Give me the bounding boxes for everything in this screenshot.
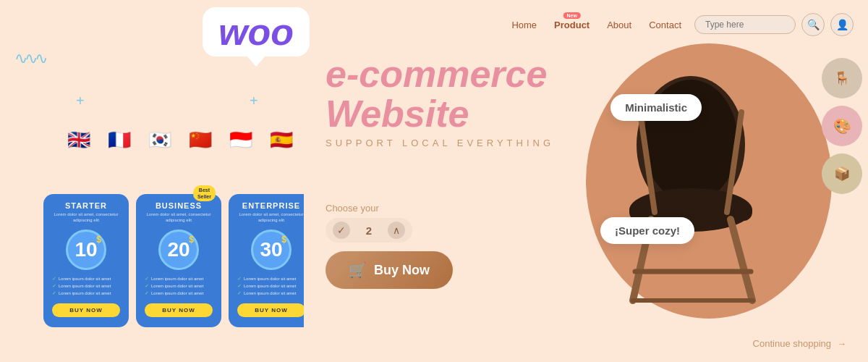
continue-shopping[interactable]: Continue shopping → xyxy=(753,338,846,349)
buy-now-label: Buy Now xyxy=(374,263,430,278)
business-buy-btn[interactable]: BUY NOW xyxy=(145,303,213,317)
main-area: Home New Product About Contact 🔍 👤 e-com… xyxy=(304,0,868,362)
pricing-card-business: BestSeller BUSINESS Lorem dolor sit amet… xyxy=(136,194,221,327)
qty-value: 2 xyxy=(350,224,388,237)
cart-icon: 🛒 xyxy=(349,261,367,279)
business-price-circle: 20 $ xyxy=(158,230,199,270)
thumb-1[interactable]: 🪑 xyxy=(822,58,862,98)
navbar: Home New Product About Contact 🔍 👤 xyxy=(304,0,868,49)
thumb-2[interactable]: 🎨 xyxy=(822,106,862,146)
choose-label: Choose your xyxy=(326,203,453,214)
hero-subtitle: SUPPORT LOCAL EVERYTHING xyxy=(326,138,554,148)
enterprise-price-circle: 30 $ xyxy=(251,230,292,270)
flag-id[interactable]: 🇮🇩 xyxy=(226,125,256,155)
business-feature-2: Lorem ipsum dolor sit amet xyxy=(145,283,213,289)
enterprise-feature-2: Lorem ipsum dolor sit amet xyxy=(237,283,305,289)
flag-fr[interactable]: 🇫🇷 xyxy=(104,125,135,155)
quantity-row: ✓ 2 ∧ xyxy=(326,218,412,243)
qty-decrease-btn[interactable]: ✓ xyxy=(333,222,350,239)
business-sub: Lorem dolor sit amet, consectetur adipis… xyxy=(145,212,213,224)
user-icon: 👤 xyxy=(836,19,848,30)
starter-buy-btn[interactable]: BUY NOW xyxy=(52,303,120,317)
business-title: BUSINESS xyxy=(145,201,213,210)
business-dollar: $ xyxy=(189,235,194,245)
cozy-label: ¡Super cozy! xyxy=(600,217,694,244)
nav-home[interactable]: Home xyxy=(504,17,544,33)
search-input[interactable] xyxy=(694,15,796,34)
continue-label: Continue shopping xyxy=(753,338,831,349)
thumb-3[interactable]: 📦 xyxy=(822,153,862,194)
woo-logo: woo xyxy=(203,7,310,56)
best-seller-badge: BestSeller xyxy=(193,185,216,201)
deco-plus-2: + xyxy=(250,93,258,109)
nav-contact[interactable]: Contact xyxy=(642,17,689,33)
product-cta: Choose your ✓ 2 ∧ 🛒 Buy Now xyxy=(326,203,453,289)
business-features: Lorem ipsum dolor sit amet Lorem ipsum d… xyxy=(145,276,213,296)
search-icon: 🔍 xyxy=(807,19,820,30)
svg-line-5 xyxy=(731,219,752,300)
flag-cn[interactable]: 🇨🇳 xyxy=(185,125,216,155)
starter-price: 10 xyxy=(75,240,97,260)
nav-links: Home New Product About Contact xyxy=(504,17,689,33)
nav-about[interactable]: About xyxy=(600,17,639,33)
hero-text-block: e-commerce Website SUPPORT LOCAL EVERYTH… xyxy=(326,54,554,148)
business-feature-3: Lorem ipsum dolor sit amet xyxy=(145,290,213,296)
business-feature-1: Lorem ipsum dolor sit amet xyxy=(145,276,213,282)
starter-price-circle: 10 $ xyxy=(66,230,106,270)
buy-now-button[interactable]: 🛒 Buy Now xyxy=(326,251,453,289)
pricing-card-starter: STARTER Lorem dolor sit amet, consectetu… xyxy=(43,194,129,327)
enterprise-price: 30 xyxy=(260,240,282,260)
continue-arrow: → xyxy=(837,338,846,349)
starter-title: STARTER xyxy=(52,201,120,210)
pricing-card-enterprise: ENTERPRISE Lorem dolor sit amet, consect… xyxy=(229,194,314,327)
deco-wave-1: ∿∿∿ xyxy=(14,49,45,68)
starter-feature-2: Lorem ipsum dolor sit amet xyxy=(52,283,120,289)
enterprise-title: ENTERPRISE xyxy=(237,201,305,210)
new-badge: New xyxy=(563,12,580,19)
search-button[interactable]: 🔍 xyxy=(801,13,825,36)
starter-dollar: $ xyxy=(96,235,101,245)
hero-title-line2: Website xyxy=(326,93,469,135)
enterprise-feature-3: Lorem ipsum dolor sit amet xyxy=(237,290,305,296)
qty-increase-btn[interactable]: ∧ xyxy=(388,222,405,239)
enterprise-sub: Lorem dolor sit amet, consectetur adipis… xyxy=(237,212,305,224)
enterprise-features: Lorem ipsum dolor sit amet Lorem ipsum d… xyxy=(237,276,305,296)
user-button[interactable]: 👤 xyxy=(830,13,854,36)
enterprise-buy-btn[interactable]: BUY NOW xyxy=(237,303,305,317)
flag-kr[interactable]: 🇰🇷 xyxy=(145,125,175,155)
deco-plus-1: + xyxy=(76,93,85,109)
side-thumbnails: 🪑 🎨 📦 xyxy=(822,58,862,194)
starter-feature-3: Lorem ipsum dolor sit amet xyxy=(52,290,120,296)
woo-logo-text: woo xyxy=(218,11,294,53)
minimalistic-label: Minimalistic xyxy=(610,94,702,121)
flags-row: 🇬🇧 🇫🇷 🇰🇷 🇨🇳 🇮🇩 🇪🇸 🇺🇸 xyxy=(64,125,337,155)
nav-product[interactable]: New Product xyxy=(547,17,597,33)
enterprise-dollar: $ xyxy=(281,235,286,245)
flag-es[interactable]: 🇪🇸 xyxy=(266,125,297,155)
starter-feature-1: Lorem ipsum dolor sit amet xyxy=(52,276,120,282)
starter-features: Lorem ipsum dolor sit amet Lorem ipsum d… xyxy=(52,276,120,296)
pricing-row: STARTER Lorem dolor sit amet, consectetu… xyxy=(43,194,314,327)
enterprise-feature-1: Lorem ipsum dolor sit amet xyxy=(237,276,305,282)
hero-title-line1: e-commerce xyxy=(326,53,547,95)
hero-title: e-commerce Website xyxy=(326,54,554,133)
chair-image xyxy=(568,40,828,344)
starter-sub: Lorem dolor sit amet, consectetur adipis… xyxy=(52,212,120,224)
business-price: 20 xyxy=(167,240,190,260)
flag-uk[interactable]: 🇬🇧 xyxy=(64,125,94,155)
